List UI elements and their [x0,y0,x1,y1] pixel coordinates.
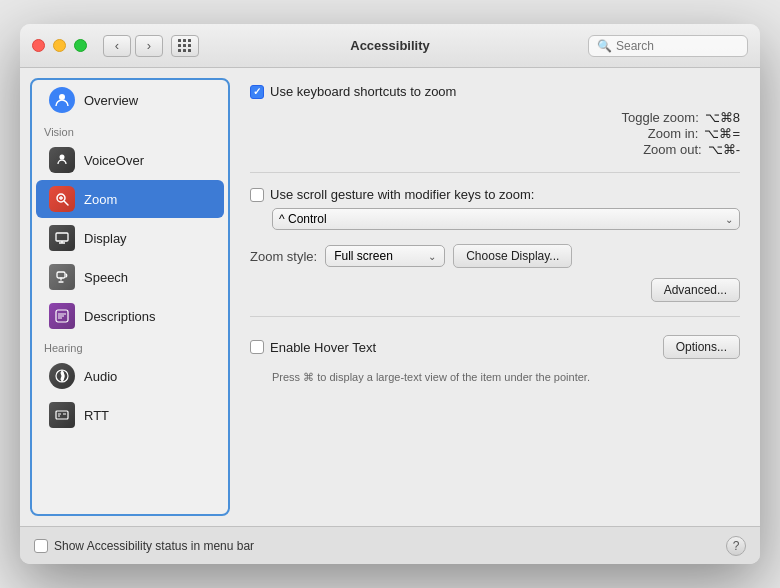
descriptions-icon [48,302,76,330]
right-panel: Use keyboard shortcuts to zoom Toggle zo… [230,68,760,526]
svg-line-3 [65,202,69,206]
keyboard-shortcuts-row[interactable]: Use keyboard shortcuts to zoom [250,84,740,99]
sidebar-section-vision: Vision [32,120,228,140]
display-icon [48,224,76,252]
zoom-in-label: Zoom in: [618,126,698,141]
nav-buttons: ‹ › [103,35,163,57]
titlebar: ‹ › Accessibility 🔍 [20,24,760,68]
chevron-down-icon: ⌄ [725,214,733,225]
zoom-style-value: Full screen [334,249,393,263]
zoom-in-value: ⌥⌘= [704,126,740,141]
svg-point-1 [60,155,65,160]
shortcut-table: Toggle zoom: ⌥⌘8 Zoom in: ⌥⌘= Zoom out: … [272,109,740,158]
speech-icon [48,263,76,291]
control-dropdown[interactable]: ^ Control ⌄ [272,208,740,230]
keyboard-shortcuts-checkbox[interactable] [250,85,264,99]
show-accessibility-row[interactable]: Show Accessibility status in menu bar [34,539,254,553]
grid-icon [178,39,192,53]
sidebar-item-rtt[interactable]: RTT [36,396,224,434]
toggle-zoom-label: Toggle zoom: [619,110,699,125]
sidebar-item-label-rtt: RTT [84,408,109,423]
sidebar-item-label-display: Display [84,231,127,246]
close-button[interactable] [32,39,45,52]
advanced-button[interactable]: Advanced... [651,278,740,302]
keyboard-shortcuts-label: Use keyboard shortcuts to zoom [270,84,456,99]
search-icon: 🔍 [597,39,612,53]
zoom-icon [48,185,76,213]
choose-display-button[interactable]: Choose Display... [453,244,572,268]
search-input[interactable] [616,39,739,53]
sidebar-item-label-voiceover: VoiceOver [84,153,144,168]
voiceover-icon [48,146,76,174]
toggle-zoom-row: Toggle zoom: ⌥⌘8 [272,110,740,125]
sidebar-item-descriptions[interactable]: Descriptions [36,297,224,335]
sidebar-item-voiceover[interactable]: VoiceOver [36,141,224,179]
show-accessibility-checkbox[interactable] [34,539,48,553]
sidebar-item-overview[interactable]: Overview [36,81,224,119]
help-button[interactable]: ? [726,536,746,556]
sidebar-item-speech[interactable]: Speech [36,258,224,296]
divider [250,172,740,173]
svg-rect-9 [57,272,65,278]
window-title: Accessibility [350,38,430,53]
zoom-style-dropdown[interactable]: Full screen ⌄ [325,245,445,267]
svg-point-0 [59,94,65,100]
zoom-style-label: Zoom style: [250,249,317,264]
hover-text-checkbox-container[interactable]: Enable Hover Text [250,340,376,355]
hover-text-label: Enable Hover Text [270,340,376,355]
hover-text-description: Press ⌘ to display a large-text view of … [272,371,740,384]
minimize-button[interactable] [53,39,66,52]
sidebar-item-label-zoom: Zoom [84,192,117,207]
sidebar-item-label-speech: Speech [84,270,128,285]
maximize-button[interactable] [74,39,87,52]
overview-icon [48,86,76,114]
zoom-out-row: Zoom out: ⌥⌘- [272,142,740,157]
sidebar-item-display[interactable]: Display [36,219,224,257]
hover-text-row: Enable Hover Text Options... [250,335,740,359]
back-button[interactable]: ‹ [103,35,131,57]
zoom-in-row: Zoom in: ⌥⌘= [272,126,740,141]
zoom-out-label: Zoom out: [622,142,702,157]
hover-text-checkbox[interactable] [250,340,264,354]
grid-button[interactable] [171,35,199,57]
toggle-zoom-value: ⌥⌘8 [705,110,740,125]
bottom-bar: Show Accessibility status in menu bar ? [20,526,760,564]
divider2 [250,316,740,317]
show-accessibility-label: Show Accessibility status in menu bar [54,539,254,553]
search-bar[interactable]: 🔍 [588,35,748,57]
rtt-icon [48,401,76,429]
zoom-style-row: Zoom style: Full screen ⌄ Choose Display… [250,244,740,268]
zoom-out-value: ⌥⌘- [708,142,740,157]
scroll-gesture-label: Use scroll gesture with modifier keys to… [270,187,534,202]
svg-rect-15 [56,411,68,419]
forward-button[interactable]: › [135,35,163,57]
main-content: Overview Vision VoiceOver [20,68,760,526]
control-dropdown-value: ^ Control [279,212,327,226]
sidebar-item-label-audio: Audio [84,369,117,384]
sidebar-item-label-overview: Overview [84,93,138,108]
audio-icon [48,362,76,390]
sidebar-item-label-descriptions: Descriptions [84,309,156,324]
traffic-lights [32,39,87,52]
sidebar-item-zoom[interactable]: Zoom [36,180,224,218]
scroll-gesture-row[interactable]: Use scroll gesture with modifier keys to… [250,187,740,202]
options-button[interactable]: Options... [663,335,740,359]
sidebar-section-hearing: Hearing [32,336,228,356]
zoom-dropdown-arrow-icon: ⌄ [428,251,436,262]
svg-rect-6 [56,233,68,241]
sidebar: Overview Vision VoiceOver [30,78,230,516]
sidebar-item-audio[interactable]: Audio [36,357,224,395]
scroll-gesture-checkbox[interactable] [250,188,264,202]
